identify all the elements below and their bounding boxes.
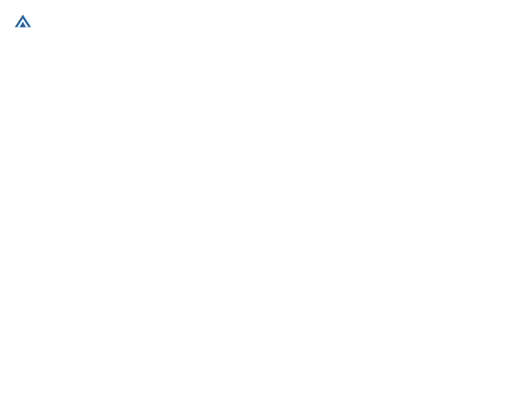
page-header <box>13 13 519 32</box>
logo-icon <box>13 13 32 32</box>
logo <box>13 13 35 32</box>
